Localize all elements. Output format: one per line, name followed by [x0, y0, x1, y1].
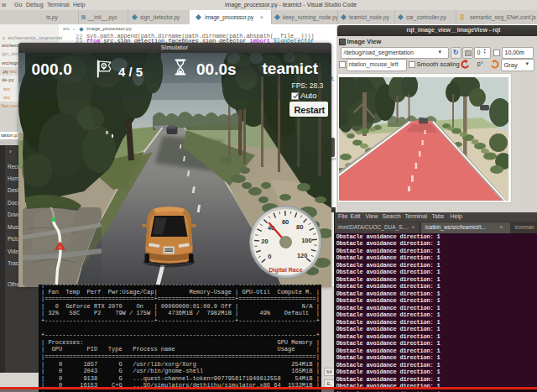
svg-text:100: 100 [301, 237, 312, 244]
svg-text:120: 120 [297, 252, 308, 259]
svg-text:20: 20 [261, 238, 268, 245]
svg-text:0: 0 [268, 253, 271, 260]
svg-text:60: 60 [282, 218, 289, 226]
svg-text:Digital Race: Digital Race [268, 267, 302, 274]
svg-text:80: 80 [296, 223, 303, 231]
